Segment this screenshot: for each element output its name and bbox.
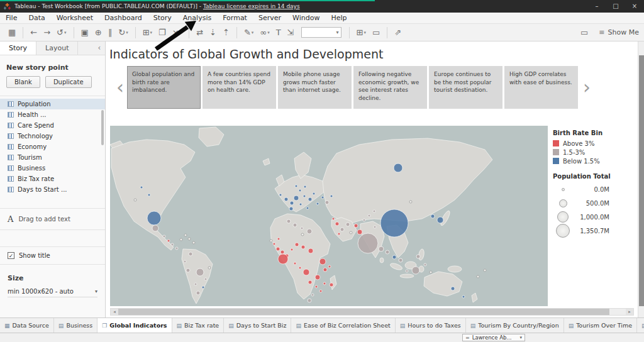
map-mark[interactable] bbox=[424, 263, 426, 266]
sidebar-sheet-business[interactable]: Business bbox=[0, 163, 105, 174]
sidebar-sheet-biz-tax-rate[interactable]: Biz Tax rate bbox=[0, 174, 105, 184]
map-mark[interactable] bbox=[308, 299, 311, 302]
map-mark[interactable] bbox=[303, 269, 309, 275]
map-mark[interactable] bbox=[175, 247, 178, 250]
map-mark[interactable] bbox=[358, 233, 378, 253]
map-mark[interactable] bbox=[303, 195, 306, 197]
horizontal-scrollbar[interactable]: ◂ ▸ bbox=[110, 308, 634, 316]
sidebar-sheet-care-spend[interactable]: Care Spend bbox=[0, 120, 105, 131]
map-mark[interactable] bbox=[409, 201, 412, 203]
duplicate-sheet-button[interactable]: ❐ bbox=[155, 25, 169, 41]
blank-button[interactable]: Blank bbox=[6, 76, 40, 88]
map-mark[interactable] bbox=[319, 258, 326, 265]
map-mark[interactable] bbox=[335, 222, 339, 226]
map-mark[interactable] bbox=[184, 260, 186, 263]
size-dropdown[interactable]: min 1000x620 - auto ▾ bbox=[8, 288, 97, 297]
menu-server[interactable]: Server bbox=[253, 13, 287, 24]
map-mark[interactable] bbox=[196, 291, 200, 295]
map-mark[interactable] bbox=[321, 196, 324, 199]
map-mark[interactable] bbox=[294, 196, 299, 201]
map-visualization[interactable] bbox=[110, 126, 548, 306]
map-mark[interactable] bbox=[189, 252, 192, 256]
next-story-point-button[interactable]: › bbox=[580, 66, 594, 109]
sheet-tab-tourism-by-country-region[interactable]: ▤Tourism By Country/Region bbox=[466, 318, 564, 333]
collapse-sidebar-button[interactable]: ‹ bbox=[94, 41, 105, 55]
menu-data[interactable]: Data bbox=[23, 13, 50, 24]
map-mark[interactable] bbox=[184, 234, 187, 236]
map-mark[interactable] bbox=[277, 238, 280, 240]
map-mark[interactable] bbox=[280, 250, 284, 254]
map-mark[interactable] bbox=[380, 209, 408, 237]
story-point-caption-3[interactable]: Mobile phone usage grows much faster tha… bbox=[278, 66, 352, 109]
map-mark[interactable] bbox=[167, 240, 170, 242]
map-mark[interactable] bbox=[148, 194, 150, 196]
totals-button[interactable]: ⊞▾ bbox=[353, 25, 369, 41]
map-mark[interactable] bbox=[276, 247, 280, 251]
map-mark[interactable] bbox=[192, 241, 195, 244]
map-mark[interactable] bbox=[287, 219, 291, 223]
tab-layout[interactable]: Layout bbox=[36, 41, 78, 55]
map-mark[interactable] bbox=[134, 199, 136, 201]
presentation-screen-button[interactable]: ▭ bbox=[369, 25, 383, 41]
story-point-caption-6[interactable]: High GDP correlates with ease of busines… bbox=[504, 66, 578, 109]
map-mark[interactable] bbox=[330, 283, 333, 287]
size-legend-item-0-0m[interactable]: 0.0M bbox=[553, 182, 636, 196]
story-point-caption-1[interactable]: Global population and birth rate are imb… bbox=[127, 66, 201, 109]
size-legend-item-500-0m[interactable]: 500.0M bbox=[553, 196, 636, 210]
sidebar-sheet-economy[interactable]: Economy bbox=[0, 141, 105, 152]
menu-analysis[interactable]: Analysis bbox=[177, 13, 217, 24]
map-mark[interactable] bbox=[451, 287, 455, 290]
map-mark[interactable] bbox=[188, 238, 191, 240]
menu-worksheet[interactable]: Worksheet bbox=[51, 13, 99, 24]
map-mark[interactable] bbox=[416, 255, 420, 258]
map-mark[interactable] bbox=[294, 262, 296, 265]
map-mark[interactable] bbox=[399, 258, 402, 262]
map-mark[interactable] bbox=[299, 189, 301, 192]
fix-axes-button[interactable]: ⇲ bbox=[284, 25, 297, 41]
group-members-button[interactable]: ∞▾ bbox=[257, 25, 272, 41]
map-mark[interactable] bbox=[484, 269, 486, 272]
size-legend-item-1-350-7m[interactable]: 1,350.7M bbox=[553, 224, 636, 238]
clear-sheet-button[interactable]: ×▾ bbox=[169, 25, 185, 41]
redo-button[interactable]: → bbox=[40, 25, 53, 41]
menu-file[interactable]: File bbox=[0, 13, 23, 24]
swap-rows-columns-button[interactable]: ⇄ bbox=[193, 25, 206, 41]
map-mark[interactable] bbox=[304, 185, 306, 188]
map-mark[interactable] bbox=[163, 235, 165, 238]
minimize-button[interactable]: – bbox=[587, 0, 606, 13]
sheet-tab-days-to-start-biz[interactable]: ▤Days to Start Biz bbox=[224, 318, 291, 333]
replay-button[interactable]: ↺▾ bbox=[53, 25, 69, 41]
map-mark[interactable] bbox=[186, 268, 190, 272]
new-worksheet-button[interactable]: ⊞▾ bbox=[140, 25, 155, 41]
map-mark[interactable] bbox=[299, 267, 301, 269]
close-button[interactable]: × bbox=[625, 0, 644, 13]
map-mark[interactable] bbox=[386, 250, 389, 254]
scroll-right-arrow[interactable]: ▸ bbox=[626, 309, 633, 315]
sheet-tab-sheet-1[interactable]: ▤Sheet 1 bbox=[637, 318, 644, 333]
map-mark[interactable] bbox=[204, 278, 207, 280]
map-mark[interactable] bbox=[299, 203, 302, 206]
run-auto-updates-button[interactable]: ↻▾ bbox=[115, 25, 131, 41]
map-mark[interactable] bbox=[368, 214, 370, 217]
sort-ascending-button[interactable]: ⇣ bbox=[206, 25, 219, 41]
legend-item-below-1-5[interactable]: Below 1.5% bbox=[553, 157, 636, 165]
previous-story-point-button[interactable]: ‹ bbox=[113, 66, 127, 109]
map-mark[interactable] bbox=[308, 197, 312, 201]
map-mark[interactable] bbox=[328, 265, 331, 268]
map-mark[interactable] bbox=[346, 223, 350, 226]
save-button[interactable]: ▣ bbox=[78, 25, 92, 41]
map-mark[interactable] bbox=[147, 211, 161, 225]
map-mark[interactable] bbox=[301, 245, 305, 249]
story-point-caption-4[interactable]: Following negative economic growth, we s… bbox=[353, 66, 427, 109]
duplicate-button[interactable]: Duplicate bbox=[45, 76, 92, 88]
map-mark[interactable] bbox=[373, 210, 375, 212]
map-mark[interactable] bbox=[140, 186, 143, 189]
fit-dropdown[interactable]: ▾ bbox=[301, 27, 341, 38]
map-mark[interactable] bbox=[307, 229, 312, 234]
map-mark[interactable] bbox=[338, 233, 340, 235]
pause-auto-updates-button[interactable]: ∥ bbox=[105, 25, 116, 41]
map-mark[interactable] bbox=[340, 228, 344, 231]
map-mark[interactable] bbox=[477, 275, 479, 278]
map-mark[interactable] bbox=[325, 201, 329, 204]
map-mark[interactable] bbox=[295, 243, 299, 246]
